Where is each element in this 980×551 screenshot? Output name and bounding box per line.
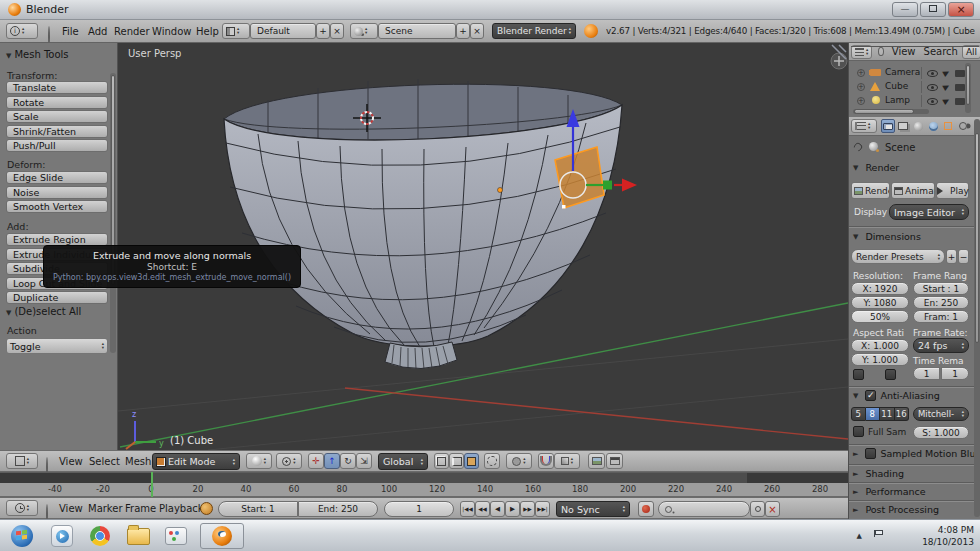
action-dropdown[interactable]: Toggle ▴▾ [6, 338, 108, 354]
editor-type-selector-3dview[interactable]: ▴▾ [6, 453, 38, 469]
expand-icon[interactable]: + [857, 69, 865, 77]
snap-element-dropdown[interactable]: ▴▾ [554, 453, 580, 469]
outliner-item-lamp[interactable]: + Lamp ▶ [849, 94, 967, 108]
manipulator-toggle-button[interactable]: ✛ [308, 453, 324, 469]
visibility-eye-icon[interactable] [927, 98, 938, 105]
vertex-select-mode-button[interactable] [434, 453, 449, 469]
mesh-object-bowl[interactable] [224, 79, 622, 369]
edge-select-mode-button[interactable] [449, 453, 464, 469]
aa-samples-16[interactable]: 16 [895, 407, 910, 421]
scrollbar-thumb[interactable] [975, 133, 979, 343]
render-restrict-camera-icon[interactable] [955, 84, 965, 91]
visibility-eye-icon[interactable] [927, 84, 938, 91]
push-pull-button[interactable]: Push/Pull [6, 139, 108, 152]
fps-dropdown[interactable]: 24 fps ▴▾ [913, 338, 969, 353]
add-scene-button[interactable]: + [456, 23, 470, 39]
editor-type-selector-info[interactable]: i ▴▾ [6, 23, 38, 39]
scene-name-field[interactable]: Scene [378, 23, 456, 39]
menu-file[interactable]: File [60, 26, 81, 37]
menu-help[interactable]: Help [194, 26, 221, 37]
aa-samples-5[interactable]: 5 [851, 407, 866, 421]
tab-constraints[interactable] [956, 119, 970, 133]
frame-step-field[interactable]: Fram: 1 [913, 310, 969, 323]
remove-preset-button[interactable]: − [958, 249, 969, 264]
timeline-ruler[interactable]: -40 -20 0 20 40 60 80 100 120 140 160 18… [0, 483, 848, 497]
outliner-item-name[interactable]: Lamp [885, 95, 910, 105]
motion-blur-checkbox[interactable] [865, 448, 876, 459]
scene-selector[interactable]: ▴▾ [350, 23, 378, 39]
crop-checkbox[interactable] [885, 369, 896, 380]
aa-samples-8[interactable]: 8 [866, 407, 881, 421]
smooth-vertex-button[interactable]: Smooth Vertex [6, 200, 108, 213]
timeline-menu-frame[interactable]: Frame [123, 503, 158, 514]
delete-layout-button[interactable]: × [330, 23, 344, 39]
rotate-button[interactable]: Rotate [6, 96, 108, 109]
scrollbar-thumb[interactable] [854, 109, 914, 114]
timeline-menu-playback[interactable]: Playback [157, 503, 206, 514]
keying-set-field[interactable] [658, 501, 750, 517]
time-remap-old-field[interactable]: 1 [913, 367, 940, 380]
sampled-motion-blur-panel-header[interactable]: ► Sampled Motion Blur [853, 448, 979, 459]
start-frame-field[interactable]: Start: 1 [218, 501, 298, 517]
maximize-button[interactable] [920, 2, 946, 17]
anti-aliasing-panel-header[interactable]: ▼ ✓ Anti-Aliasing [853, 390, 940, 401]
aspect-x-field[interactable]: X: 1.000 [851, 339, 909, 352]
render-restrict-camera-icon[interactable] [955, 98, 965, 105]
shading-panel-header[interactable]: ►Shading [853, 468, 904, 479]
add-layout-button[interactable]: + [316, 23, 330, 39]
scale-manipulator-button[interactable]: ⇲ [356, 453, 372, 469]
timeline-menu-view[interactable]: View [57, 503, 85, 514]
selectability-cursor-icon[interactable]: ▶ [941, 81, 951, 92]
gizmo-x-arrow-icon[interactable] [622, 179, 637, 192]
display-dropdown[interactable]: Image Editor ▴▾ [889, 204, 969, 220]
translate-manipulator-button[interactable]: ↑ [324, 453, 340, 469]
expand-icon[interactable]: + [857, 83, 865, 91]
selectability-cursor-icon[interactable]: ▶ [941, 67, 951, 78]
view3d-menu-view[interactable]: View [57, 456, 85, 467]
scale-button[interactable]: Scale [6, 110, 108, 123]
end-frame-field[interactable]: End: 250 [298, 501, 378, 517]
taskbar-explorer[interactable] [122, 523, 154, 549]
outliner-menu-view[interactable]: View [890, 46, 918, 57]
translate-button[interactable]: Translate [6, 81, 108, 94]
sync-dropdown[interactable]: No Sync ▴▾ [556, 501, 630, 517]
anti-aliasing-checkbox[interactable]: ✓ [865, 390, 876, 401]
play-animation-button[interactable]: ▶ [505, 501, 520, 517]
outliner-item-cube[interactable]: + Cube ▶ [849, 80, 967, 94]
tab-render[interactable] [881, 119, 895, 133]
outliner-menu-search[interactable]: Search [922, 46, 960, 57]
taskbar-paint[interactable] [160, 523, 192, 549]
aspect-y-field[interactable]: Y: 1.000 [851, 353, 909, 366]
deselect-all-panel-header[interactable]: ▼(De)select All [6, 306, 81, 317]
render-presets-dropdown[interactable]: Render Presets ▴▾ [851, 249, 945, 264]
viewport-shading-dropdown[interactable]: ▴▾ [246, 453, 272, 469]
mesh-tools-panel-header[interactable]: ▼Mesh Tools [6, 49, 69, 60]
face-select-mode-button[interactable] [464, 453, 479, 469]
play-reverse-button[interactable]: ◀ [490, 501, 505, 517]
clock[interactable]: 4:08 PM 18/10/2013 [922, 524, 974, 548]
full-samples-checkbox[interactable] [853, 426, 864, 437]
pivot-point-dropdown[interactable]: ▴▾ [276, 453, 302, 469]
tab-world[interactable] [926, 119, 940, 133]
taskbar-media-player[interactable] [46, 523, 78, 549]
taskbar-blender-active[interactable] [200, 523, 244, 549]
aa-filter-dropdown[interactable]: Mitchell- ▴▾ [913, 407, 969, 421]
time-remap-new-field[interactable]: 1 [941, 367, 969, 380]
open-properties-region-button[interactable] [831, 53, 847, 69]
taskbar-chrome[interactable] [84, 523, 116, 549]
transform-orientation-dropdown[interactable]: Global ▴▾ [378, 453, 428, 470]
start-button[interactable] [6, 523, 38, 549]
timeline-track[interactable] [0, 472, 848, 483]
preview-range-clock-icon[interactable] [200, 502, 213, 515]
resolution-percentage-slider[interactable]: 50% [851, 310, 909, 323]
action-center-flag-icon[interactable] [874, 530, 884, 537]
previous-keyframe-button[interactable]: ◀◀ [475, 501, 490, 517]
insert-keyframe-button[interactable] [750, 501, 765, 517]
tray-expand-icon[interactable]: ▲ [857, 532, 862, 540]
opengl-render-anim-button[interactable] [606, 453, 623, 469]
timeline-menu-marker[interactable]: Marker [86, 503, 125, 514]
rotate-manipulator-button[interactable]: ↻ [340, 453, 356, 469]
frame-start-field[interactable]: Start : 1 [913, 282, 969, 295]
add-preset-button[interactable]: + [946, 249, 957, 264]
animation-button[interactable]: Animation [891, 182, 935, 199]
